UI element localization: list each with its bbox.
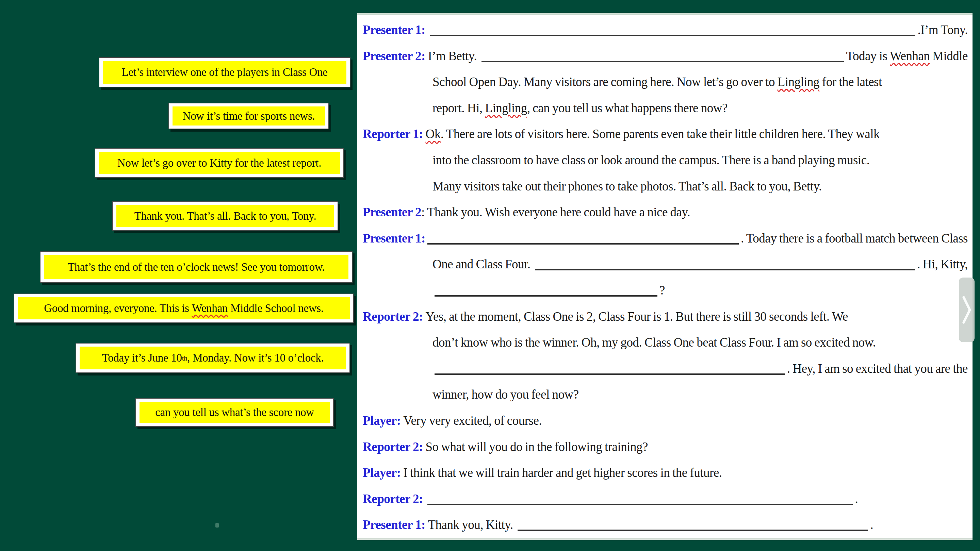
sentence-strip-text: Let’s interview one of the players in Cl… [103,61,347,84]
misspelled-word: Lingling [778,69,819,95]
dialogue-text: One and Class Four. [433,251,533,278]
dialogue-text: Yes, at the moment, Class One is 2, Clas… [425,304,848,330]
dialogue-line: Presenter 2: I’m Betty. Today is Wenhan … [363,43,968,69]
dialogue-line: Many visitors take out their phones to t… [363,173,968,200]
speaker-label: Presenter 2: [363,43,428,69]
misspelled-word: Lingling [485,95,527,121]
fill-in-blank [427,243,739,245]
dialogue-script: Presenter 1: .I’m Tony.Presenter 2: I’m … [363,17,968,538]
dialogue-line: ? [363,278,968,304]
sentence-strip[interactable]: can you tell us what’s the score now [135,398,334,427]
fill-in-blank [517,530,868,531]
dialogue-text: . Hi, Kitty, [917,251,968,278]
dialogue-line: School Open Day. Many visitors are comin… [363,69,968,95]
dialogue-line: Presenter 1: .I’m Tony. [363,17,968,43]
sentence-strip[interactable]: Let’s interview one of the players in Cl… [99,57,350,87]
dialogue-text: . There are lots of visitors here. Some … [441,121,880,147]
fill-in-blank [482,61,844,62]
dialogue-line: . Hey, I am so excited that you are the [363,356,968,382]
dialogue-line: Player: Very very excited, of course. [363,408,968,434]
speaker-label: Player: [363,460,403,486]
sentence-strip[interactable]: Good morning, everyone. This is Wenhan M… [14,294,354,323]
dialogue-text: . Hey, I am so excited that you are the [787,356,968,382]
dialogue-text: So what will you do in the following tra… [425,434,648,460]
misspelled-word: Wenhan [890,43,930,69]
speaker-label: Reporter 2: [363,434,425,460]
sentence-strip[interactable]: Thank you. That’s all. Back to you, Tony… [112,202,338,230]
misspelled-word: Ok [425,121,440,147]
dialogue-line: Reporter 2: Yes, at the moment, Class On… [363,304,968,330]
dialogue-line: Reporter 2: . [363,486,968,512]
sentence-strip[interactable]: Today it’s June 10th, Monday. Now it’s 1… [76,343,350,373]
dialogue-text: . [870,512,873,538]
fill-in-blank [434,373,785,375]
dialogue-text: : Thank you. Wish everyone here could ha… [421,199,690,225]
dialogue-text: School Open Day. Many visitors are comin… [433,69,778,95]
dialogue-text: .I’m Tony. [917,17,968,43]
sentence-strip-text: Now let’s go over to Kitty for the lates… [99,152,340,174]
dialogue-line: winner, how do you feel now? [363,382,968,408]
dialogue-line: Presenter 1: Thank you, Kitty. . [363,512,968,538]
sentence-strip-text: That’s the end of the ten o’clock news! … [44,255,348,279]
sentence-strip-text: can you tell us what’s the score now [140,402,330,423]
workspace-background: Let’s interview one of the players in Cl… [0,0,980,551]
sentence-strip-text: Thank you. That’s all. Back to you, Tony… [116,205,334,227]
dialogue-text: Many visitors take out their phones to t… [433,173,822,200]
dialogue-text: I’m Betty. [428,43,479,69]
dialogue-line: Presenter 1:. Today there is a football … [363,225,968,252]
dialogue-text: . Today there is a football match betwee… [741,225,968,252]
speaker-label: Reporter 2: [363,304,425,330]
sentence-strip[interactable]: Now let’s go over to Kitty for the lates… [95,148,344,178]
sentence-strip-text: Good morning, everyone. This is Wenhan M… [18,297,350,319]
dialogue-line: One and Class Four. . Hi, Kitty, [363,251,968,278]
dialogue-text: I think that we will train harder and ge… [403,460,722,486]
misspelled-word: Wenhan [192,302,228,314]
dialogue-text: winner, how do you feel now? [433,382,579,408]
sentence-strip-text: Now it’s time for sports news. [172,106,325,125]
dialogue-text: , can you tell us what happens there now… [527,95,727,121]
stray-mark [215,523,219,527]
dialogue-line: Player: I think that we will train harde… [363,460,968,486]
fill-in-blank [430,35,916,36]
sentence-strip-text: Today it’s June 10th, Monday. Now it’s 1… [80,346,346,369]
speaker-label: Player: [363,408,403,434]
dialogue-text: Middle [930,43,968,69]
dialogue-text: Very very excited, of course. [403,408,542,434]
dialogue-line: report. Hi, Lingling, can you tell us wh… [363,95,968,121]
document-panel: Presenter 1: .I’m Tony.Presenter 2: I’m … [357,13,972,540]
speaker-label: Reporter 2: [363,486,425,512]
dialogue-text: for the latest [819,69,882,95]
dialogue-line: Presenter 2: Thank you. Wish everyone he… [363,199,968,225]
speaker-label: Presenter 2 [363,199,421,225]
dialogue-text: ? [659,278,665,304]
speaker-label: Presenter 1: [363,512,428,538]
speaker-label: Presenter 1: [363,225,425,252]
dialogue-line: don’t know who is the winner. Oh, my god… [363,330,968,356]
dialogue-text: Today is [846,43,890,69]
speaker-label: Presenter 1: [363,17,428,43]
dialogue-line: Reporter 1: Ok. There are lots of visito… [363,121,968,147]
fill-in-blank [427,504,853,505]
sentence-strip[interactable]: Now it’s time for sports news. [169,103,329,129]
dialogue-text: Thank you, Kitty. [428,512,516,538]
dialogue-line: Reporter 2: So what will you do in the f… [363,434,968,460]
dialogue-text: don’t know who is the winner. Oh, my god… [433,330,875,356]
fill-in-blank [535,269,915,270]
dialogue-text: into the classroom to have class or look… [433,147,869,173]
dialogue-text: report. Hi, [433,95,485,121]
next-arrow-button[interactable] [959,278,975,342]
fill-in-blank [434,295,657,297]
chevron-right-icon [961,291,972,329]
sentence-strip[interactable]: That’s the end of the ten o’clock news! … [40,251,353,283]
speaker-label: Reporter 1: [363,121,425,147]
dialogue-text: . [855,486,858,512]
dialogue-line: into the classroom to have class or look… [363,147,968,173]
